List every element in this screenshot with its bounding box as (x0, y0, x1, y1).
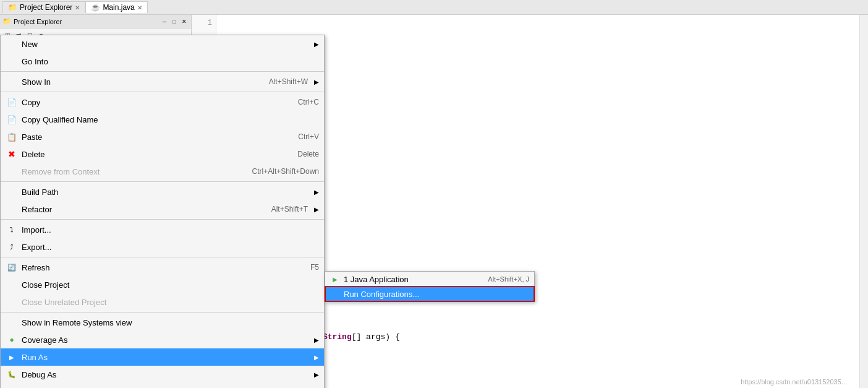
project-explorer-tab-icon: 📁 (8, 3, 17, 12)
menu-label-go-into: Go Into (22, 57, 319, 66)
menu-item-remove-context: Remove from Context Ctrl+Alt+Shift+Down (1, 163, 324, 180)
menu-item-close-project[interactable]: Close Project (1, 276, 324, 293)
menu-icon-remove-context (6, 165, 18, 178)
scrollbar[interactable] (859, 15, 868, 388)
menu-item-export[interactable]: ⤴ Export... (1, 238, 324, 256)
submenu-icon-java-app: ▶ (330, 274, 340, 284)
menu-item-show-in[interactable]: Show In Alt+Shift+W ▶ (1, 73, 324, 90)
menu-arrow-debug-as: ▶ (314, 371, 319, 378)
menu-icon-go-into (6, 55, 18, 67)
panel-close-btn[interactable]: ✕ (180, 17, 189, 26)
menu-icon-close-project (6, 278, 18, 291)
menu-icon-copy: 📄 (6, 96, 18, 108)
menu-sep-6 (1, 312, 324, 313)
menu-label-delete: Delete (22, 150, 294, 159)
menu-shortcut-delete: Delete (297, 150, 319, 158)
menu-item-close-unrelated: Close Unrelated Project (1, 293, 324, 311)
menu-item-run-as[interactable]: ▶ Run As ▶ (1, 348, 324, 366)
menu-label-coverage-as: Coverage As (22, 335, 308, 345)
project-explorer-tab[interactable]: 📁 Project Explorer ✕ (2, 1, 85, 13)
menu-item-paste[interactable]: 📋 Paste Ctrl+V (1, 128, 324, 145)
editor-tab-close[interactable]: ✕ (137, 4, 142, 11)
editor-tab-icon: ☕ (91, 3, 100, 12)
menu-icon-new (6, 38, 18, 50)
menu-icon-refresh: 🔄 (6, 261, 18, 274)
menu-label-new: New (22, 40, 308, 49)
menu-item-show-remote[interactable]: Show in Remote Systems view (1, 314, 324, 331)
project-explorer-tab-close[interactable]: ✕ (75, 4, 80, 11)
menu-icon-run-as: ▶ (6, 351, 18, 363)
ide-container: 📁 Project Explorer ✕ ☕ Main.java ✕ 📁 Pro… (0, 0, 868, 388)
menu-label-export: Export... (22, 243, 319, 252)
menu-shortcut-paste: Ctrl+V (298, 132, 319, 141)
panel-title-bar: 📁 Project Explorer ─ □ ✕ (0, 15, 191, 28)
submenu-shortcut-java-app: Alt+Shift+X, J (488, 275, 529, 283)
menu-item-go-into[interactable]: Go Into (1, 53, 324, 70)
menu-label-close-project: Close Project (22, 280, 319, 290)
context-menu: New ▶ Go Into Show In Alt+Shift+W ▶ (0, 35, 325, 388)
line-num-1: 1 (192, 17, 216, 28)
submenu-label-run-config: Run Configurations... (344, 290, 419, 299)
menu-item-profile-as[interactable]: Profile As (1, 383, 324, 388)
menu-arrow-build-path: ▶ (314, 189, 319, 196)
menu-item-copy[interactable]: 📄 Copy Ctrl+C (1, 93, 324, 111)
menu-item-debug-as[interactable]: 🐛 Debug As ▶ (1, 366, 324, 383)
menu-arrow-coverage-as: ▶ (314, 337, 319, 343)
run-as-submenu: ▶ 1 Java Application Alt+Shift+X, J Run … (325, 271, 535, 302)
menu-label-show-in: Show In (22, 77, 265, 87)
panel-win-controls: ─ □ ✕ (160, 17, 189, 26)
menu-arrow-show-in: ▶ (314, 79, 319, 85)
menu-shortcut-refactor: Alt+Shift+T (271, 205, 308, 213)
menu-sep-1 (1, 71, 324, 72)
menu-label-refactor: Refactor (22, 205, 268, 214)
menu-item-build-path[interactable]: Build Path ▶ (1, 183, 324, 200)
menu-label-run-as: Run As (22, 353, 308, 362)
panel-maximize-btn[interactable]: □ (170, 17, 179, 26)
menu-item-new[interactable]: New ▶ (1, 35, 324, 53)
menu-icon-refactor (6, 203, 18, 215)
panel-minimize-btn[interactable]: ─ (160, 17, 169, 26)
menu-label-copy: Copy (22, 98, 294, 107)
submenu-icon-run-config (330, 289, 340, 299)
menu-sep-4 (1, 219, 324, 220)
menu-label-refresh: Refresh (22, 263, 307, 272)
menu-arrow-run-as: ▶ (314, 354, 319, 361)
menu-item-refresh[interactable]: 🔄 Refresh F5 (1, 259, 324, 276)
menu-icon-delete: ✖ (6, 148, 18, 160)
menu-icon-build-path (6, 186, 18, 198)
project-explorer-tab-label: Project Explorer (20, 3, 72, 12)
submenu-item-run-config[interactable]: Run Configurations... (325, 287, 534, 301)
menu-shortcut-copy: Ctrl+C (298, 98, 319, 106)
submenu-item-java-app[interactable]: ▶ 1 Java Application Alt+Shift+X, J (325, 272, 534, 287)
menu-icon-import: ⤵ (6, 223, 18, 236)
menu-label-show-remote: Show in Remote Systems view (22, 318, 319, 327)
menu-icon-close-unrelated (6, 296, 18, 308)
menu-label-debug-as: Debug As (22, 370, 308, 379)
menu-icon-copy-qualified: 📄 (6, 113, 18, 126)
editor-tab-label: Main.java (103, 3, 134, 12)
menu-icon-profile-as (6, 386, 18, 388)
menu-shortcut-refresh: F5 (310, 263, 319, 272)
menu-item-refactor[interactable]: Refactor Alt+Shift+T ▶ (1, 200, 324, 218)
menu-icon-export: ⤴ (6, 241, 18, 253)
menu-icon-coverage-as: ● (6, 334, 18, 346)
menu-sep-2 (1, 92, 324, 92)
menu-item-coverage-as[interactable]: ● Coverage As ▶ (1, 331, 324, 348)
menu-icon-debug-as: 🐛 (6, 368, 18, 381)
menu-sep-3 (1, 181, 324, 182)
panel-title-label: Project Explorer (14, 18, 62, 25)
menu-item-import[interactable]: ⤵ Import... (1, 221, 324, 238)
menu-item-copy-qualified[interactable]: 📄 Copy Qualified Name (1, 111, 324, 128)
menu-item-delete[interactable]: ✖ Delete Delete (1, 145, 324, 163)
editor-tab[interactable]: ☕ Main.java ✕ (85, 1, 147, 13)
menu-label-copy-qualified: Copy Qualified Name (22, 115, 319, 124)
project-explorer-icon: 📁 (2, 17, 11, 26)
menu-label-build-path: Build Path (22, 188, 308, 197)
menu-label-close-unrelated: Close Unrelated Project (22, 298, 319, 307)
menu-icon-show-remote (6, 316, 18, 329)
panel-title-left: 📁 Project Explorer (2, 17, 62, 26)
submenu-label-java-app: 1 Java Application (344, 275, 409, 284)
menu-sep-5 (1, 257, 324, 257)
menu-icon-show-in (6, 75, 18, 88)
menu-shortcut-remove-context: Ctrl+Alt+Shift+Down (252, 167, 319, 176)
